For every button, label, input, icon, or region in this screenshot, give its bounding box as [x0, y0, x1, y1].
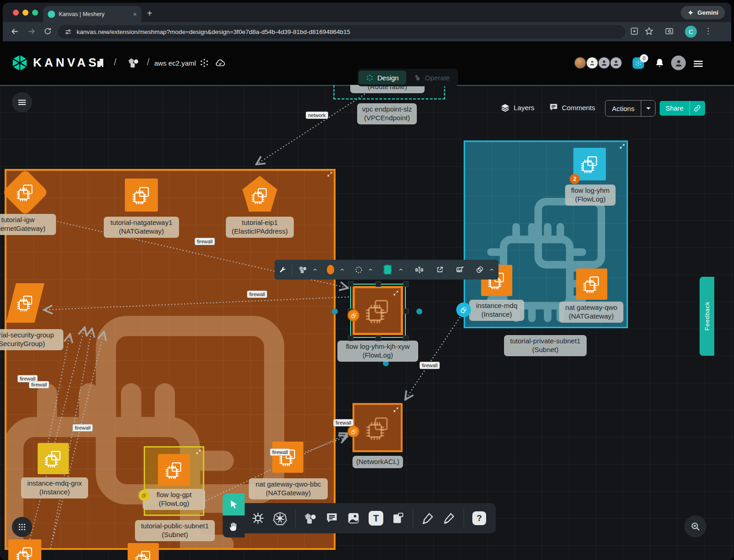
background-color-swatch[interactable]: [384, 265, 391, 274]
reload-icon[interactable]: [43, 27, 52, 36]
selection-handle-n[interactable]: [375, 281, 381, 287]
window-minimize-button[interactable]: [22, 10, 28, 16]
selection-handle-sw[interactable]: [348, 336, 353, 341]
comments-icon: [549, 103, 558, 112]
design-file-name[interactable]: aws ec2.yaml: [154, 59, 196, 67]
node-partial-bottom-center[interactable]: [128, 543, 159, 560]
configure-wrench-icon[interactable]: [279, 265, 286, 274]
window-zoom-button[interactable]: [32, 10, 38, 16]
collaborator-avatar-1[interactable]: [574, 56, 587, 69]
actions-dropdown[interactable]: [641, 101, 655, 116]
link-icon: [694, 105, 701, 112]
app-menu-icon[interactable]: [692, 58, 704, 70]
background-chevron-icon[interactable]: [399, 268, 403, 271]
node-flowlog-gpt[interactable]: [158, 454, 190, 486]
select-tool-button[interactable]: [223, 493, 245, 515]
shape-picker-chevron-icon[interactable]: [313, 268, 317, 271]
port-private-subnet[interactable]: [456, 302, 471, 317]
node-partial-bottom-left[interactable]: [8, 539, 41, 560]
browser-menu-icon[interactable]: ⋮: [704, 26, 712, 36]
group-layers-icon[interactable]: [476, 264, 484, 275]
selection-handle-se[interactable]: [403, 336, 409, 341]
pen-tool-icon[interactable]: [421, 512, 434, 525]
selection-handle-ne[interactable]: [403, 281, 409, 287]
image-tool-icon[interactable]: [347, 511, 360, 525]
node-nat-gateway-1[interactable]: [125, 179, 158, 212]
pan-tool-button[interactable]: [223, 515, 245, 538]
new-tab-button[interactable]: +: [147, 9, 152, 18]
actions-button[interactable]: Actions: [605, 100, 656, 117]
user-avatar[interactable]: [671, 56, 686, 70]
selection-handle-nw[interactable]: [348, 281, 353, 287]
layers-button[interactable]: Layers: [500, 103, 534, 112]
shapes-tool-icon[interactable]: [304, 512, 317, 525]
fill-color-swatch[interactable]: [327, 265, 334, 274]
feedback-tab[interactable]: Feedback: [700, 277, 714, 356]
window-close-button[interactable]: [13, 10, 19, 16]
connection-dot-left[interactable]: [332, 308, 338, 314]
collaborator-avatar-3[interactable]: [598, 56, 611, 69]
node-instance-gnx[interactable]: [38, 443, 69, 474]
collapse-icon-public-subnet[interactable]: [327, 171, 333, 177]
badge-flowlog-gpt[interactable]: [139, 490, 150, 501]
node-network-acl[interactable]: [353, 403, 403, 452]
components-tool-icon[interactable]: [251, 511, 265, 525]
bell-icon[interactable]: [655, 58, 665, 68]
zoom-search-button[interactable]: [684, 515, 706, 538]
forward-icon[interactable]: [27, 27, 36, 36]
back-icon[interactable]: [10, 27, 20, 36]
design-canvas[interactable]: (RouteTable): [0, 85, 734, 560]
address-bar[interactable]: kanvas.new/extension/meshmap?mode=design…: [58, 25, 625, 39]
comment-tool-icon[interactable]: [325, 512, 338, 525]
badge-networkacl[interactable]: [347, 426, 359, 437]
selection-handle-e[interactable]: [403, 308, 409, 314]
copy-link-button[interactable]: [689, 101, 705, 116]
pencil-tool-icon[interactable]: [443, 512, 455, 525]
add-image-icon[interactable]: [456, 264, 464, 275]
border-style-chevron-icon[interactable]: [369, 268, 373, 271]
fill-color-chevron-icon[interactable]: [340, 268, 344, 271]
rename-icon[interactable]: [415, 264, 424, 275]
connection-dot-right[interactable]: [416, 308, 422, 314]
tab-search-icon[interactable]: [665, 27, 674, 36]
tab-design[interactable]: Design: [359, 71, 406, 84]
tab-close-icon[interactable]: ×: [133, 11, 137, 17]
save-page-icon[interactable]: [630, 27, 639, 36]
badge-flowlog-yhm-count[interactable]: 2: [570, 174, 580, 184]
gemini-button[interactable]: Gemini: [681, 6, 725, 19]
share-button[interactable]: Share: [660, 101, 705, 116]
browser-profile-avatar[interactable]: C: [685, 26, 697, 38]
help-button[interactable]: ?: [472, 511, 486, 525]
kanvas-logo-icon[interactable]: [11, 54, 28, 72]
collapse-icon-private-subnet[interactable]: [619, 143, 625, 149]
text-tool-icon[interactable]: T: [369, 511, 383, 526]
collapse-icon-flowlog-gpt[interactable]: [196, 449, 202, 455]
tab-operate[interactable]: Operate: [406, 71, 457, 84]
collapse-icon-flowlog-kjh[interactable]: [393, 290, 399, 296]
browser-tab[interactable]: Kanvas | Meshery ×: [43, 6, 141, 22]
node-nat-gateway-qwo[interactable]: [576, 269, 607, 300]
comments-button[interactable]: Comments: [549, 103, 595, 112]
selection-handle-s[interactable]: [375, 336, 381, 341]
open-external-icon[interactable]: [436, 265, 443, 274]
mesh-icon[interactable]: [199, 58, 209, 68]
kubernetes-tool-icon[interactable]: [273, 511, 287, 525]
shape-picker-icon[interactable]: [298, 264, 308, 275]
collaborator-avatar-2[interactable]: [586, 56, 599, 69]
kanvas-logo-text[interactable]: KANVAS: [33, 56, 99, 70]
widgets-button[interactable]: [12, 517, 32, 537]
node-nat-gateway-bbc[interactable]: [272, 442, 303, 473]
canvas-menu-button[interactable]: [12, 92, 32, 112]
node-flowlog-kjh[interactable]: [353, 286, 403, 335]
badge-flowlog-kjh[interactable]: [347, 309, 359, 321]
bookmark-star-icon[interactable]: [644, 27, 654, 36]
border-style-icon[interactable]: [355, 265, 363, 275]
site-settings-icon[interactable]: [64, 28, 72, 36]
workspace-icon[interactable]: [128, 57, 140, 69]
note-tool-icon[interactable]: [392, 512, 404, 525]
group-layers-chevron-icon[interactable]: [490, 268, 494, 271]
organization-icon[interactable]: [95, 57, 106, 68]
cloud-save-icon[interactable]: [215, 58, 225, 68]
collapse-icon-networkacl[interactable]: [393, 407, 399, 413]
collaborator-avatar-4[interactable]: [610, 56, 622, 69]
